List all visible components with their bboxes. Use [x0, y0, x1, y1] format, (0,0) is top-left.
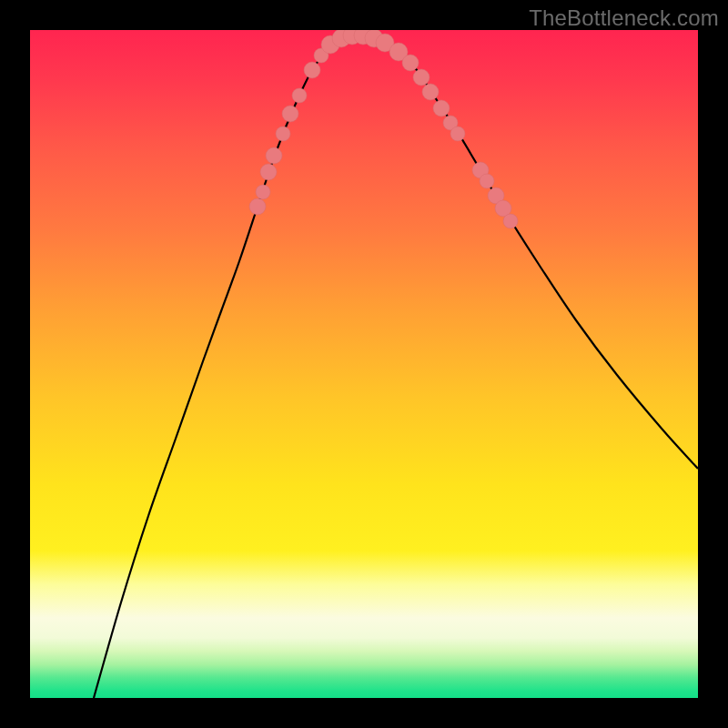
curve-dot	[256, 185, 270, 199]
curve-dots-group	[249, 30, 518, 228]
curve-dot	[260, 164, 277, 180]
curve-dot	[450, 126, 465, 141]
curve-dot	[433, 100, 450, 116]
curve-dot	[266, 147, 282, 164]
chart-svg	[30, 30, 698, 698]
curve-dot	[422, 84, 439, 100]
curve-dot	[292, 88, 307, 103]
curve-dot	[304, 62, 320, 78]
bottleneck-curve	[94, 35, 698, 698]
chart-frame: TheBottleneck.com	[0, 0, 728, 728]
curve-dot	[282, 106, 298, 122]
curve-dot	[402, 55, 419, 71]
chart-plot-area	[30, 30, 698, 698]
curve-dot	[413, 69, 430, 86]
curve-dot	[480, 174, 494, 188]
watermark-text: TheBottleneck.com	[529, 5, 719, 31]
curve-dot	[249, 198, 266, 215]
curve-dot	[503, 214, 518, 228]
curve-dot	[276, 126, 290, 141]
